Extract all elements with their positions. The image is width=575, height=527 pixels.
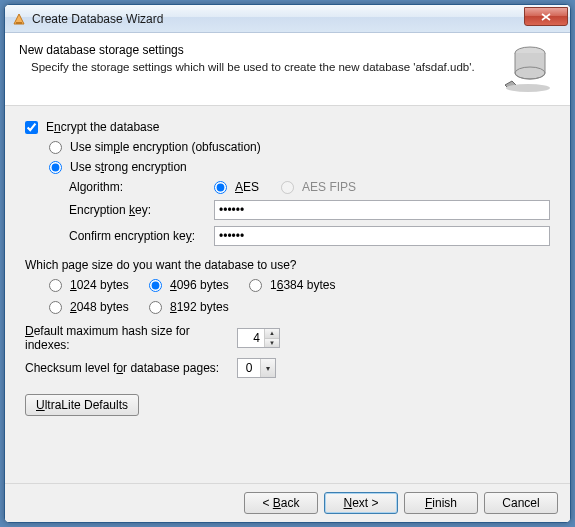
svg-rect-0	[16, 22, 22, 24]
aes-radio[interactable]: AES	[214, 180, 259, 194]
strong-encryption-radio[interactable]: Use strong encryption	[49, 160, 187, 174]
page-size-1024-radio[interactable]: 1024 bytes	[49, 278, 149, 292]
next-button[interactable]: Next >	[324, 492, 398, 514]
confirm-key-label: Confirm encryption key:	[69, 229, 214, 243]
checksum-level-label: Checksum level for database pages:	[25, 361, 237, 375]
spinner-down-icon[interactable]: ▼	[264, 339, 279, 348]
titlebar: Create Database Wizard	[5, 5, 570, 33]
page-size-16384-radio[interactable]: 16384 bytes	[249, 278, 359, 292]
wizard-header: New database storage settings Specify th…	[5, 33, 570, 106]
window-title: Create Database Wizard	[32, 12, 524, 26]
encryption-key-field[interactable]	[214, 200, 550, 220]
page-size-4096-radio[interactable]: 4096 bytes	[149, 278, 249, 292]
chevron-down-icon[interactable]: ▾	[260, 359, 275, 377]
spinner-up-icon[interactable]: ▲	[264, 329, 279, 339]
page-size-question: Which page size do you want the database…	[25, 258, 550, 272]
hash-size-spinner[interactable]: ▲▼	[237, 328, 280, 348]
page-description: Specify the storage settings which will …	[19, 61, 494, 73]
finish-button[interactable]: Finish	[404, 492, 478, 514]
checksum-level-combo[interactable]: 0 ▾	[237, 358, 276, 378]
ultralite-defaults-button[interactable]: UltraLite Defaults	[25, 394, 139, 416]
svg-point-3	[506, 84, 550, 92]
algorithm-label: Algorithm:	[69, 180, 214, 194]
app-icon	[11, 11, 27, 27]
page-size-8192-radio[interactable]: 8192 bytes	[149, 300, 249, 314]
back-button[interactable]: < Back	[244, 492, 318, 514]
wizard-window: Create Database Wizard New database stor…	[4, 4, 571, 523]
encryption-key-label: Encryption key:	[69, 203, 214, 217]
hash-size-label: Default maximum hash size for indexes:	[25, 324, 237, 352]
page-size-2048-radio[interactable]: 2048 bytes	[49, 300, 149, 314]
wizard-footer: < Back Next > Finish Cancel	[5, 483, 570, 522]
confirm-key-field[interactable]	[214, 226, 550, 246]
close-button[interactable]	[524, 7, 568, 26]
encrypt-database-checkbox[interactable]: Encrypt the database	[25, 120, 159, 134]
cancel-button[interactable]: Cancel	[484, 492, 558, 514]
aes-fips-radio: AES FIPS	[281, 180, 356, 194]
wizard-content: Encrypt the database Use simple encrypti…	[5, 106, 570, 483]
database-icon	[500, 43, 556, 93]
page-title: New database storage settings	[19, 43, 494, 57]
simple-encryption-radio[interactable]: Use simple encryption (obfuscation)	[49, 140, 261, 154]
